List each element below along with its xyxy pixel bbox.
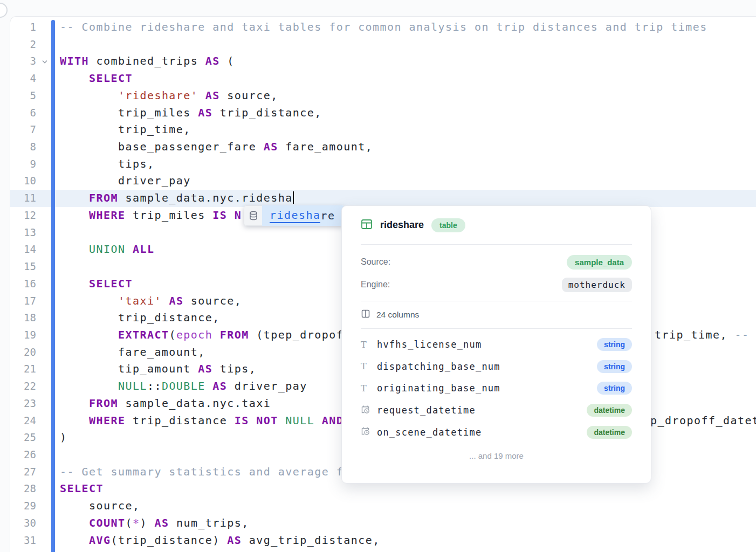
line-number: 6 — [10, 105, 36, 122]
line-number: 25 — [10, 429, 36, 446]
code-line[interactable]: 31 AVG(trip_distance) AS avg_trip_distan… — [10, 532, 756, 549]
line-number: 32 — [10, 549, 36, 552]
code-line[interactable]: 8 base_passenger_fare AS fare_amount, — [10, 139, 756, 156]
line-number: 7 — [10, 121, 36, 139]
line-number: 13 — [10, 224, 36, 242]
code-line[interactable]: 29 source, — [10, 498, 756, 515]
code-line[interactable]: 6 trip_miles AS trip_distance, — [10, 105, 756, 122]
line-number: 19 — [10, 327, 36, 344]
line-number: 11 — [10, 190, 36, 207]
line-number: 31 — [10, 532, 36, 549]
text-type-icon: T — [361, 361, 377, 371]
code-line[interactable]: 3WITH combined_trips AS ( — [10, 53, 756, 70]
card-meta: Source: sample_data Engine: motherduck — [361, 245, 632, 301]
floating-button-fragment[interactable] — [0, 3, 8, 18]
autocomplete-popup: rideshare — [244, 205, 345, 226]
code-text: SELECT — [60, 70, 133, 87]
code-text: -- Get summary statistics and average f — [60, 464, 343, 481]
code-text-continuation: p_dropoff_datet — [650, 412, 756, 430]
column-name: dispatching_base_num — [377, 361, 500, 372]
table-type-badge: table — [431, 218, 465, 232]
column-type-badge: datetime — [587, 404, 632, 417]
line-number: 8 — [10, 139, 36, 156]
code-line[interactable]: 2 — [10, 36, 756, 53]
code-text: source, — [60, 498, 140, 515]
columns-count-row: 24 columns — [361, 301, 632, 329]
code-line[interactable]: 4 SELECT — [10, 70, 756, 87]
engine-value-pill: motherduck — [562, 278, 632, 292]
more-columns-label: ... and 19 more — [361, 451, 632, 460]
line-number: 12 — [10, 207, 36, 224]
line-number: 2 — [10, 36, 36, 53]
column-row: Thvfhs_license_numstring — [361, 334, 632, 356]
line-number: 17 — [10, 293, 36, 310]
line-number: 4 — [10, 70, 36, 87]
line-number: 28 — [10, 480, 36, 498]
card-header: rideshare table — [361, 206, 632, 245]
code-text: AVG(trip_distance) AS avg_trip_distance, — [60, 532, 380, 549]
code-line[interactable]: 11 FROM sample_data.nyc.ridesha — [10, 190, 756, 207]
code-text: trip_miles AS trip_distance, — [60, 105, 322, 122]
code-text: 'rideshare' AS source, — [60, 87, 278, 105]
source-row: Source: sample_data — [361, 251, 632, 273]
line-number: 15 — [10, 258, 36, 275]
fold-chevron-icon[interactable] — [38, 53, 51, 70]
calendar-clock-icon — [361, 426, 377, 438]
code-text: ) — [60, 429, 67, 446]
autocomplete-item-rideshare[interactable]: rideshare — [262, 205, 345, 226]
code-text: 'taxi' AS source, — [60, 293, 242, 310]
column-row: Toriginating_base_numstring — [361, 377, 632, 399]
column-type-badge: datetime — [587, 426, 632, 439]
code-text: AVG(trip_time) AS avg_trip_time, — [60, 549, 322, 552]
code-line[interactable]: 5 'rideshare' AS source, — [10, 87, 756, 105]
column-name: originating_base_num — [377, 383, 500, 394]
autocomplete-matched-text: ridesha — [270, 209, 320, 223]
line-number: 20 — [10, 344, 36, 361]
line-number: 26 — [10, 446, 36, 464]
column-type-badge: string — [597, 338, 632, 351]
line-number: 1 — [10, 19, 36, 36]
line-number: 9 — [10, 156, 36, 173]
code-line[interactable]: 30 COUNT(*) AS num_trips, — [10, 515, 756, 532]
code-text: tip_amount AS tips, — [60, 361, 256, 378]
column-row: request_datetimedatetime — [361, 399, 632, 422]
column-type-badge: string — [597, 382, 632, 395]
code-text: WITH combined_trips AS ( — [60, 53, 235, 70]
code-line[interactable]: 1-- Combine rideshare and taxi tables fo… — [10, 19, 756, 36]
column-name: on_scene_datetime — [377, 427, 482, 438]
code-text: NULL::DOUBLE AS driver_pay — [60, 378, 307, 395]
line-number: 18 — [10, 309, 36, 327]
database-icon — [244, 205, 262, 226]
text-cursor — [293, 191, 294, 204]
text-type-icon: T — [361, 383, 377, 394]
code-line[interactable]: 9 tips, — [10, 156, 756, 173]
column-name: hvfhs_license_num — [377, 339, 482, 350]
code-text: UNION ALL — [60, 241, 154, 258]
autocomplete-rest-text: re — [320, 209, 335, 222]
text-type-icon: T — [361, 340, 377, 350]
code-text: trip_distance, — [60, 309, 220, 327]
code-text: EXTRACT(epoch FROM (tpep_dropof — [60, 327, 343, 344]
engine-row: Engine: motherduck — [361, 273, 632, 296]
code-text: -- Combine rideshare and taxi tables for… — [60, 19, 707, 36]
columns-icon — [361, 309, 370, 321]
line-number: 30 — [10, 515, 36, 532]
code-text: tips, — [60, 156, 154, 173]
column-row: Tdispatching_base_numstring — [361, 356, 632, 378]
code-text: WHERE trip_distance IS NOT NULL AND — [60, 412, 343, 430]
code-line[interactable]: 10 driver_pay — [10, 172, 756, 190]
card-title: rideshare — [380, 219, 424, 231]
line-number: 29 — [10, 498, 36, 515]
line-number: 16 — [10, 275, 36, 293]
code-text-continuation: trip_time, -- — [655, 327, 749, 344]
code-text: FROM sample_data.nyc.taxi — [60, 395, 271, 412]
engine-label: Engine: — [361, 280, 390, 289]
code-text: trip_time, — [60, 121, 191, 139]
code-line[interactable]: 32 AVG(trip_time) AS avg_trip_time, — [10, 549, 756, 552]
columns-count-label: 24 columns — [376, 310, 419, 320]
line-number: 23 — [10, 395, 36, 412]
code-line[interactable]: 7 trip_time, — [10, 121, 756, 139]
line-number: 5 — [10, 87, 36, 105]
code-text: fare_amount, — [60, 344, 205, 361]
changed-lines-gutter-bar — [51, 20, 55, 552]
